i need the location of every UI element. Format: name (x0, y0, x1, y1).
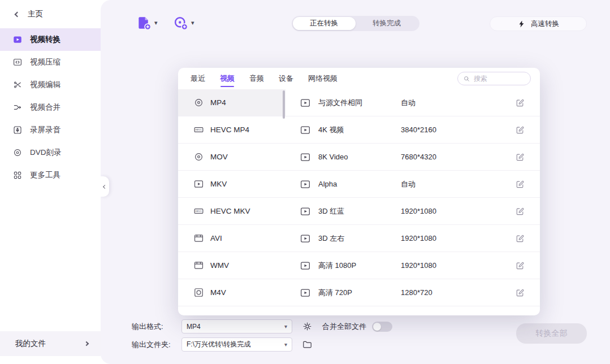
merge-all-toggle[interactable] (372, 322, 392, 332)
sidebar-item-video-convert[interactable]: 视频转换 (0, 28, 101, 51)
format-item-wmv[interactable]: WMV (178, 252, 285, 279)
play-square-icon (300, 287, 311, 298)
preset-resolution: 1920*1080 (401, 261, 515, 270)
edit-preset-icon[interactable] (515, 152, 525, 162)
edit-preset-icon[interactable] (515, 233, 525, 244)
tab-converting[interactable]: 正在转换 (293, 17, 356, 30)
preset-resolution: 1920*1080 (401, 207, 515, 215)
sidebar-item-more-tools[interactable]: 更多工具 (0, 164, 101, 187)
grid-icon (12, 170, 23, 180)
sidebar-item-screen-record[interactable]: 录屏录音 (0, 119, 101, 141)
play-square-icon (300, 124, 311, 136)
play-square-icon (300, 260, 311, 271)
tab-completed[interactable]: 转换完成 (356, 17, 418, 30)
sidebar-item-video-edit[interactable]: 视频编辑 (0, 73, 101, 96)
sidebar-collapse-handle[interactable] (101, 176, 109, 197)
format-item-mp4[interactable]: MP4 (178, 89, 285, 116)
preset-resolution: 自动 (401, 179, 515, 189)
format-label: M4V (210, 288, 226, 297)
add-files-button[interactable] (136, 15, 158, 31)
edit-preset-icon[interactable] (515, 206, 525, 216)
square-circle-icon (193, 287, 204, 298)
settings-gear-icon[interactable] (302, 321, 313, 332)
format-item-m4v[interactable]: M4V (178, 279, 285, 306)
disc-icon (12, 148, 23, 158)
preset-row-8k[interactable]: 8K Video 7680*4320 (285, 144, 540, 171)
preset-row-3d-anaglyph[interactable]: 3D 红蓝 1920*1080 (285, 198, 540, 225)
scissors-icon (12, 80, 23, 90)
my-files-label: 我的文件 (15, 339, 46, 349)
tab-web-video[interactable]: 网络视频 (308, 68, 338, 89)
format-panel-body: MP4 HEVC MP4 MOV MKV HEVC MKV AVI (178, 89, 540, 315)
preset-list: 与源文件相同 自动 4K 视频 3840*2160 8K Video 7680*… (285, 89, 540, 315)
ring-format-icon (193, 151, 204, 162)
preset-row-1080p[interactable]: 高清 1080P 1920*1080 (285, 252, 540, 279)
format-label: MKV (210, 180, 227, 188)
format-item-hevc-mkv[interactable]: HEVC MKV (178, 198, 285, 225)
format-item-hevc-mp4[interactable]: HEVC MP4 (178, 116, 285, 144)
format-label: HEVC MP4 (210, 125, 249, 134)
format-list: MP4 HEVC MP4 MOV MKV HEVC MKV AVI (178, 89, 285, 315)
preset-name: 4K 视频 (318, 125, 401, 135)
high-speed-convert-button[interactable]: 高速转换 (490, 16, 587, 31)
add-from-device-button[interactable] (173, 15, 194, 31)
preset-row-same-as-source[interactable]: 与源文件相同 自动 (285, 89, 540, 116)
preset-resolution: 3840*2160 (401, 125, 515, 134)
sidebar-item-label: 视频合并 (30, 102, 60, 112)
format-label: MP4 (210, 98, 226, 107)
sidebar-item-label: 录屏录音 (30, 125, 60, 135)
sidebar-menu: 视频转换 视频压缩 视频编辑 视频合并 录屏录音 DVD刻录 更多工具 (0, 28, 101, 187)
format-list-scrollbar[interactable] (283, 90, 285, 119)
merge-all-label: 合并全部文件 (322, 322, 366, 332)
edit-preset-icon[interactable] (515, 125, 525, 135)
play-square-icon (300, 179, 311, 190)
format-item-mov[interactable]: MOV (178, 144, 285, 171)
output-folder-select[interactable]: F:\万兴优转\转换完成 (181, 337, 292, 352)
edit-preset-icon[interactable] (515, 261, 525, 271)
preset-name: 与源文件相同 (318, 98, 401, 108)
preset-row-720p[interactable]: 高清 720P 1280*720 (285, 279, 540, 306)
format-item-avi[interactable]: AVI (178, 225, 285, 252)
caret-down-icon (154, 20, 158, 26)
caret-down-icon (284, 342, 287, 348)
output-format-value: MP4 (187, 323, 281, 331)
sidebar-item-dvd-burn[interactable]: DVD刻录 (0, 141, 101, 164)
preset-row-3d-sbs[interactable]: 3D 左右 1920*1080 (285, 225, 540, 252)
tab-recent[interactable]: 最近 (191, 68, 205, 89)
my-files-button[interactable]: 我的文件 (0, 331, 101, 356)
format-item-mkv[interactable]: MKV (178, 171, 285, 198)
film-format-icon (193, 233, 204, 244)
tab-video[interactable]: 视频 (220, 68, 235, 89)
edit-preset-icon[interactable] (515, 288, 525, 298)
chevron-left-icon (103, 184, 107, 188)
output-format-select[interactable]: MP4 (181, 319, 292, 333)
preset-resolution: 7680*4320 (401, 153, 515, 161)
home-back-button[interactable]: 主页 (0, 7, 101, 21)
ring-format-icon (193, 97, 204, 108)
sidebar-item-video-merge[interactable]: 视频合并 (0, 96, 101, 119)
preset-row-alpha[interactable]: Alpha 自动 (285, 171, 540, 198)
preset-name: Alpha (318, 180, 401, 188)
edit-preset-icon[interactable] (515, 179, 525, 189)
preset-name: 高清 1080P (318, 261, 401, 271)
lightning-icon (517, 20, 526, 28)
search-input[interactable] (474, 75, 525, 83)
play-square-icon (300, 206, 311, 217)
merge-icon (12, 102, 23, 112)
edit-preset-icon[interactable] (515, 98, 525, 108)
chevron-right-icon (84, 341, 89, 346)
format-picker-panel: 最近 视频 音频 设备 网络视频 MP4 HEVC MP4 MOV (178, 68, 540, 315)
preset-row-4k[interactable]: 4K 视频 3840*2160 (285, 116, 540, 144)
convert-all-button[interactable]: 转换全部 (516, 323, 587, 344)
home-label: 主页 (28, 9, 43, 19)
search-box[interactable] (457, 72, 531, 85)
tab-audio[interactable]: 音频 (249, 68, 264, 89)
sidebar-item-video-compress[interactable]: 视频压缩 (0, 51, 101, 73)
play-square-icon (300, 97, 311, 109)
format-panel-tabs: 最近 视频 音频 设备 网络视频 (178, 68, 540, 89)
sidebar-item-label: 视频编辑 (30, 80, 60, 90)
tab-device[interactable]: 设备 (279, 68, 293, 89)
format-label: AVI (210, 234, 222, 242)
format-label: HEVC MKV (210, 207, 250, 215)
open-folder-icon[interactable] (302, 339, 313, 350)
